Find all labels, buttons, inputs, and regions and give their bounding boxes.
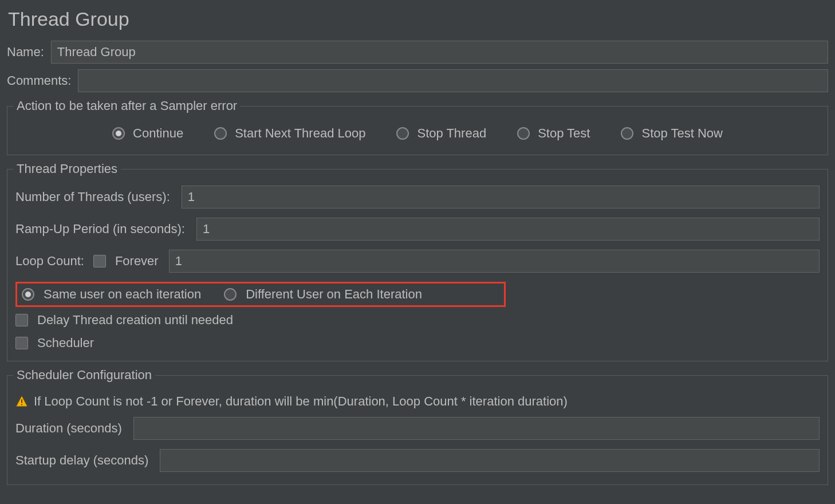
radio-stop-test-label: Stop Test [538, 126, 590, 141]
sampler-error-radios: Continue Start Next Thread Loop Stop Thr… [15, 123, 820, 144]
radio-same-user[interactable]: Same user on each iteration [22, 287, 201, 302]
radio-icon [214, 127, 227, 140]
warning-icon [15, 395, 28, 408]
radio-icon [22, 288, 34, 301]
comments-input[interactable] [78, 69, 828, 92]
ramp-up-label: Ramp-Up Period (in seconds): [15, 222, 185, 237]
sampler-error-legend: Action to be taken after a Sampler error [13, 99, 241, 113]
duration-input[interactable] [133, 417, 820, 440]
radio-continue-label: Continue [133, 126, 183, 141]
radio-start-next[interactable]: Start Next Thread Loop [214, 126, 365, 141]
delay-thread-label: Delay Thread creation until needed [37, 313, 233, 328]
radio-different-user[interactable]: Different User on Each Iteration [224, 287, 422, 302]
scheduler-config-group: Scheduler Configuration If Loop Count is… [7, 375, 828, 485]
name-input[interactable] [51, 41, 828, 64]
iteration-highlight: Same user on each iteration Different Us… [15, 282, 506, 307]
checkbox-icon [15, 337, 28, 349]
scheduler-checkbox[interactable]: Scheduler [15, 336, 820, 351]
radio-icon [396, 127, 409, 140]
duration-label: Duration (seconds) [15, 421, 122, 436]
radio-stop-test-now[interactable]: Stop Test Now [621, 126, 722, 141]
svg-rect-1 [21, 399, 22, 403]
scheduler-config-legend: Scheduler Configuration [13, 368, 155, 383]
radio-same-user-label: Same user on each iteration [44, 287, 201, 302]
svg-rect-2 [21, 404, 22, 405]
radio-stop-test[interactable]: Stop Test [517, 126, 590, 141]
radio-different-user-label: Different User on Each Iteration [246, 287, 422, 302]
thread-properties-group: Thread Properties Number of Threads (use… [7, 169, 828, 361]
startup-delay-label: Startup delay (seconds) [15, 453, 148, 468]
num-threads-input[interactable] [182, 186, 820, 208]
checkbox-icon [15, 314, 28, 326]
loop-count-label: Loop Count: [15, 254, 84, 269]
radio-icon [224, 288, 237, 301]
startup-delay-input[interactable] [160, 449, 820, 472]
name-label: Name: [7, 45, 44, 60]
radio-icon [517, 127, 530, 140]
radio-stop-thread[interactable]: Stop Thread [396, 126, 486, 141]
radio-start-next-label: Start Next Thread Loop [235, 126, 365, 141]
page-title: Thread Group [8, 8, 828, 30]
num-threads-label: Number of Threads (users): [15, 190, 170, 204]
loop-count-input[interactable] [169, 250, 820, 273]
scheduler-warning-text: If Loop Count is not -1 or Forever, dura… [34, 394, 568, 409]
delay-thread-checkbox[interactable]: Delay Thread creation until needed [15, 313, 820, 328]
thread-properties-legend: Thread Properties [13, 162, 121, 176]
radio-icon [112, 127, 125, 140]
comments-label: Comments: [7, 73, 71, 88]
radio-stop-test-now-label: Stop Test Now [641, 126, 722, 141]
sampler-error-group: Action to be taken after a Sampler error… [7, 106, 828, 155]
radio-continue[interactable]: Continue [112, 126, 183, 141]
loop-count-forever-label: Forever [115, 254, 159, 269]
radio-stop-thread-label: Stop Thread [417, 126, 486, 141]
radio-icon [621, 127, 633, 140]
checkbox-icon [93, 255, 106, 267]
ramp-up-input[interactable] [196, 218, 820, 241]
loop-count-forever-checkbox[interactable]: Forever [93, 254, 159, 269]
scheduler-label: Scheduler [37, 336, 94, 351]
